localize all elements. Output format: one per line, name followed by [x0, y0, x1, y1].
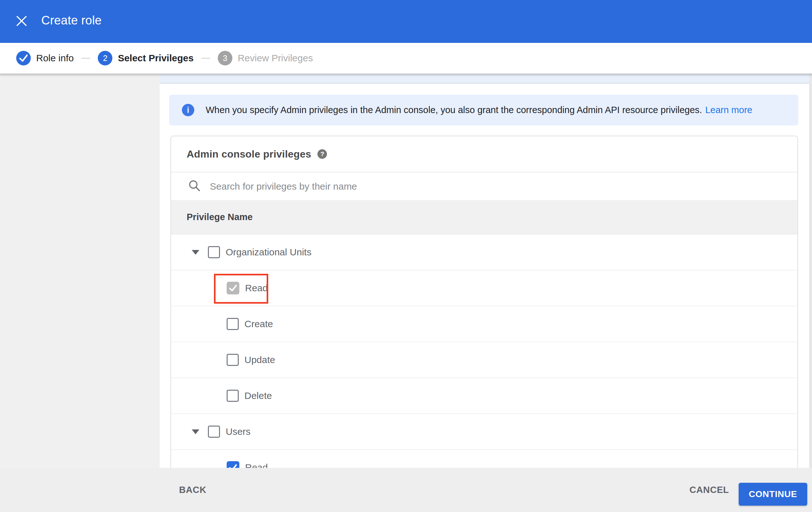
- search-icon: [188, 180, 201, 193]
- collapse-triangle-icon[interactable]: [192, 250, 199, 255]
- info-icon: i: [182, 104, 194, 116]
- privilege-label: Delete: [244, 390, 272, 401]
- checkbox-delete[interactable]: [227, 390, 239, 402]
- step-select-privileges[interactable]: 2 Select Privileges: [98, 51, 193, 65]
- info-banner: i When you specify Admin privileges in t…: [169, 95, 799, 126]
- checkbox-read-checked-disabled[interactable]: [227, 282, 239, 294]
- privilege-row-delete: Delete: [171, 378, 798, 414]
- checkbox-organizational-units[interactable]: [208, 246, 220, 258]
- privilege-label: Create: [244, 319, 273, 329]
- privilege-label: Users: [226, 426, 251, 437]
- step-label: Review Privileges: [238, 53, 313, 63]
- checkbox-users[interactable]: [208, 426, 220, 438]
- back-button[interactable]: BACK: [179, 468, 206, 512]
- privilege-label: Read: [245, 283, 268, 294]
- privilege-row-update: Update: [171, 342, 798, 378]
- column-header-label: Privilege Name: [187, 212, 253, 222]
- step-review-privileges[interactable]: 3 Review Privileges: [218, 51, 313, 65]
- step-number-badge: 2: [98, 51, 112, 65]
- left-gutter-panel: [0, 74, 160, 512]
- step-complete-check-icon: [16, 51, 31, 65]
- privilege-label: Organizational Units: [226, 247, 311, 258]
- continue-button[interactable]: CONTINUE: [739, 483, 807, 506]
- checkbox-update[interactable]: [227, 354, 239, 366]
- step-label: Select Privileges: [118, 53, 193, 63]
- dialog-header: Create role: [0, 0, 812, 43]
- step-connector: [81, 58, 90, 59]
- table-column-header: Privilege Name: [171, 200, 798, 235]
- privilege-row-read: Read: [171, 270, 798, 306]
- privilege-row-create: Create: [171, 306, 798, 342]
- card-title-row: Admin console privileges ?: [171, 136, 798, 172]
- card-title: Admin console privileges: [187, 148, 311, 160]
- step-role-info[interactable]: Role info: [16, 51, 74, 65]
- help-icon[interactable]: ?: [317, 149, 327, 159]
- scrollbar-track[interactable]: [809, 74, 812, 468]
- step-connector: [201, 58, 210, 59]
- step-label: Role info: [36, 53, 74, 63]
- close-icon[interactable]: [15, 15, 28, 27]
- stepper: Role info 2 Select Privileges 3 Review P…: [0, 43, 812, 74]
- privilege-search-row: [171, 172, 798, 200]
- privilege-label: Update: [244, 354, 275, 365]
- search-input[interactable]: [210, 181, 686, 192]
- privilege-row-organizational-units: Organizational Units: [171, 235, 798, 270]
- checkbox-create[interactable]: [227, 318, 239, 330]
- admin-privileges-card: Admin console privileges ? Privilege Nam…: [171, 136, 798, 501]
- scrolled-content-strip: [160, 74, 809, 84]
- collapse-triangle-icon[interactable]: [192, 429, 199, 434]
- footer-bar: BACK CANCEL CONTINUE: [0, 468, 812, 512]
- learn-more-link[interactable]: Learn more: [705, 105, 752, 115]
- banner-text: When you specify Admin privileges in the…: [206, 105, 702, 115]
- privilege-row-users: Users: [171, 414, 798, 450]
- cancel-button[interactable]: CANCEL: [690, 468, 729, 512]
- step-number-badge: 3: [218, 51, 232, 65]
- page-title: Create role: [41, 13, 102, 28]
